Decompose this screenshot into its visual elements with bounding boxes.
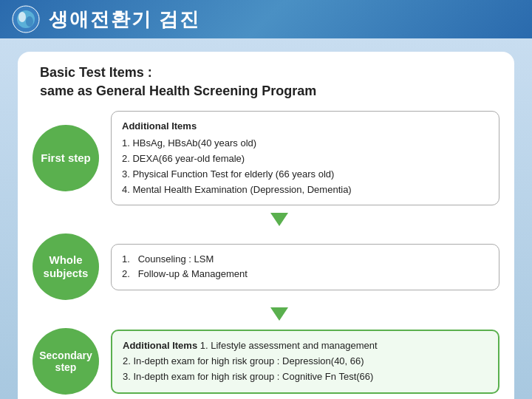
first-step-row: First step Additional Items 1. HBsAg, HB… — [33, 111, 499, 205]
whole-subjects-info: 1. Counseling : LSM 2. Follow-up & Manag… — [111, 244, 499, 291]
first-step-item-3: 3. Physical Function Test for elderly (6… — [122, 168, 334, 180]
secondary-step-circle: Secondarystep — [33, 328, 99, 395]
secondary-step-row: Secondarystep Additional Items 1. Lifest… — [33, 328, 499, 395]
secondary-step-item-3: 3. In-depth exam for high risk group : C… — [123, 371, 373, 382]
header-icon — [12, 5, 40, 33]
whole-subjects-circle: Wholesubjects — [33, 233, 99, 300]
header: 생애전환기 검진 — [0, 0, 532, 38]
arrow-down-icon — [270, 213, 288, 226]
first-step-item-2: 2. DEXA(66 year-old female) — [122, 153, 245, 164]
basic-test-title: Basic Test Items : same as General Healt… — [40, 64, 499, 100]
first-step-item-1: 1. HBsAg, HBsAb(40 years old) — [122, 137, 256, 149]
secondary-step-info: Additional Items 1. Lifestyle assessment… — [111, 330, 499, 393]
first-step-info: Additional Items 1. HBsAg, HBsAb(40 year… — [111, 111, 499, 205]
svg-point-2 — [18, 12, 26, 22]
secondary-step-label: Secondarystep — [39, 349, 92, 375]
whole-subjects-label: Wholesubjects — [44, 253, 89, 280]
secondary-step-item-2: 2. In-depth exam for high risk group : D… — [123, 355, 364, 366]
header-title: 생애전환기 검진 — [49, 7, 200, 33]
main-content: Basic Test Items : same as General Healt… — [0, 38, 532, 399]
svg-point-3 — [26, 16, 33, 27]
content-card: Basic Test Items : same as General Healt… — [18, 52, 514, 399]
first-step-circle: First step — [33, 125, 99, 191]
arrow-down-1 — [59, 213, 499, 226]
whole-subjects-row: Wholesubjects 1. Counseling : LSM 2. Fol… — [33, 233, 499, 300]
first-step-additional-title: Additional Items — [122, 119, 488, 134]
arrow-down-2 — [59, 307, 499, 321]
secondary-step-item-1: 1. Lifestyle assessment and management — [200, 340, 378, 351]
whole-subjects-item-1: 1. Counseling : LSM — [122, 253, 214, 265]
secondary-step-additional-title: Additional Items — [123, 340, 197, 351]
first-step-item-4: 4. Mental Health Examination (Depression… — [122, 184, 352, 195]
whole-subjects-item-2: 2. Follow-up & Management — [122, 268, 248, 279]
arrow-down-icon-2 — [270, 307, 288, 321]
